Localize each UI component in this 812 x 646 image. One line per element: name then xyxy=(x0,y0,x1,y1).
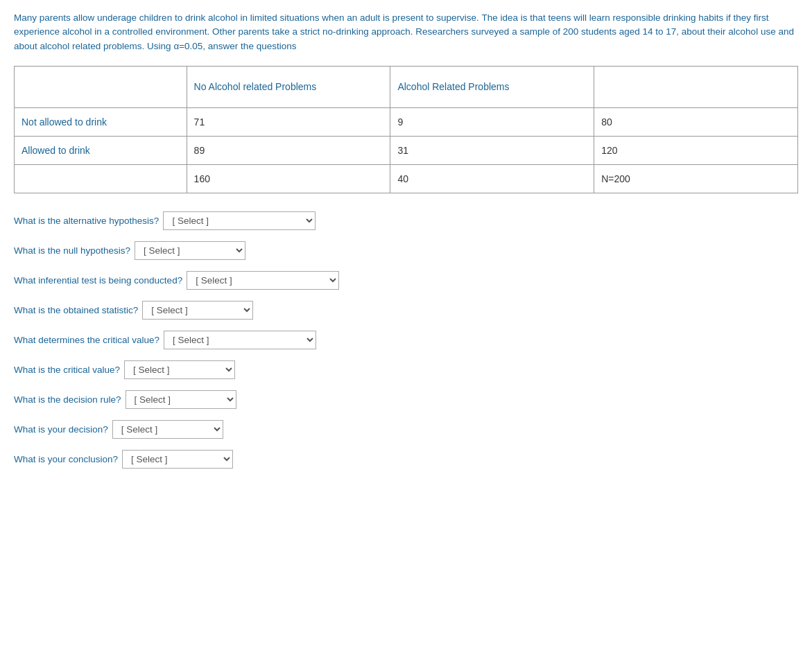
question-decision-rule: What is the decision rule? [ Select ] xyxy=(14,390,798,409)
row-label-totals xyxy=(15,164,187,193)
header-alcohol: Alcohol Related Problems xyxy=(390,66,594,107)
row-val-total-no: 160 xyxy=(187,164,390,193)
label-critical-value: What is the critical value? xyxy=(14,365,120,375)
question-decision: What is your decision? [ Select ] xyxy=(14,420,798,439)
question-alt-hypothesis: What is the alternative hypothesis? [ Se… xyxy=(14,211,798,230)
row-val-not-allowed-yes: 9 xyxy=(390,107,594,136)
table-row-totals: 160 40 N=200 xyxy=(15,164,798,193)
row-label-allowed: Allowed to drink xyxy=(15,136,187,164)
label-alt-hypothesis: What is the alternative hypothesis? xyxy=(14,216,159,226)
row-val-n: N=200 xyxy=(594,164,798,193)
label-obtained-statistic: What is the obtained statistic? xyxy=(14,305,138,315)
row-val-allowed-yes: 31 xyxy=(390,136,594,164)
question-obtained-statistic: What is the obtained statistic? [ Select… xyxy=(14,301,798,320)
header-cell-empty xyxy=(15,66,187,107)
row-val-allowed-no: 89 xyxy=(187,136,390,164)
question-null-hypothesis: What is the null hypothesis? [ Select ] xyxy=(14,241,798,260)
question-critical-value-det: What determines the critical value? [ Se… xyxy=(14,331,798,349)
row-val-not-allowed-total: 80 xyxy=(594,107,798,136)
label-null-hypothesis: What is the null hypothesis? xyxy=(14,245,130,256)
row-val-total-yes: 40 xyxy=(390,164,594,193)
header-total xyxy=(594,66,798,107)
select-alt-hypothesis[interactable]: [ Select ] xyxy=(163,211,316,230)
intro-paragraph: Many parents allow underage children to … xyxy=(14,11,798,53)
header-no-alcohol: No Alcohol related Problems xyxy=(187,66,390,107)
select-conclusion[interactable]: [ Select ] xyxy=(122,450,233,469)
label-decision: What is your decision? xyxy=(14,424,108,435)
select-inferential-test[interactable]: [ Select ] xyxy=(187,271,339,290)
label-critical-value-det: What determines the critical value? xyxy=(14,335,159,345)
questions-section: What is the alternative hypothesis? [ Se… xyxy=(14,209,798,469)
row-label-not-allowed: Not allowed to drink xyxy=(15,107,187,136)
row-val-allowed-total: 120 xyxy=(594,136,798,164)
label-conclusion: What is your conclusion? xyxy=(14,454,118,464)
question-inferential-test: What inferential test is being conducted… xyxy=(14,271,798,290)
table-row-not-allowed: Not allowed to drink 71 9 80 xyxy=(15,107,798,136)
data-table: No Alcohol related Problems Alcohol Rela… xyxy=(14,66,798,193)
row-val-not-allowed-no: 71 xyxy=(187,107,390,136)
select-decision[interactable]: [ Select ] xyxy=(112,420,223,439)
select-null-hypothesis[interactable]: [ Select ] xyxy=(135,241,245,260)
question-conclusion: What is your conclusion? [ Select ] xyxy=(14,450,798,469)
question-critical-value: What is the critical value? [ Select ] xyxy=(14,360,798,379)
select-obtained-statistic[interactable]: [ Select ] xyxy=(142,301,253,320)
label-inferential-test: What inferential test is being conducted… xyxy=(14,275,182,286)
table-header-row: No Alcohol related Problems Alcohol Rela… xyxy=(15,66,798,107)
label-decision-rule: What is the decision rule? xyxy=(14,394,121,405)
table-row-allowed: Allowed to drink 89 31 120 xyxy=(15,136,798,164)
select-critical-value[interactable]: [ Select ] xyxy=(124,360,235,379)
select-decision-rule[interactable]: [ Select ] xyxy=(126,390,236,409)
select-critical-value-det[interactable]: [ Select ] xyxy=(164,331,316,349)
